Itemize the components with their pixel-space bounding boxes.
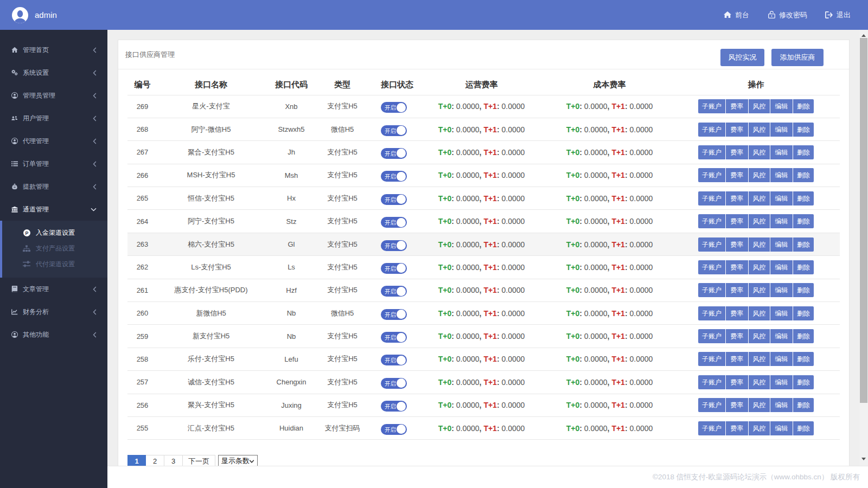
- svg-text:P: P: [25, 230, 28, 236]
